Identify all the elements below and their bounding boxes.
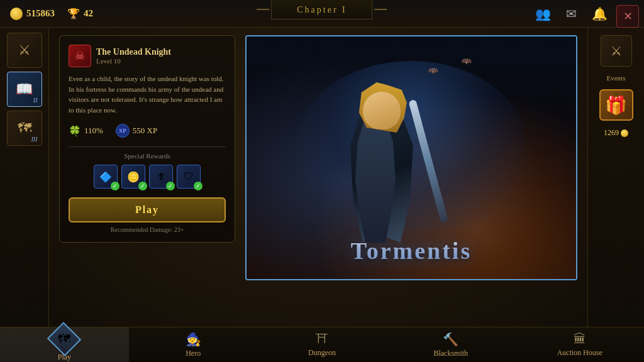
nav-dungeon[interactable]: ⛩ Dungeon (258, 327, 387, 362)
xp-stat: XP 550 XP (116, 124, 157, 138)
quest-icon: ☠ (69, 45, 91, 67)
rewards-row: 🔷 ✓ 🪙 ✓ 🗡 ✓ 🛡 ✓ (69, 165, 226, 189)
right-sidebar: ⚔ Events 🎁 1269 (587, 28, 644, 327)
chest-coins-display: 1269 (604, 128, 628, 138)
clover-icon: 🍀 (69, 125, 81, 137)
xp-value: 550 XP (133, 126, 157, 136)
chest-coin-amount: 1269 (604, 128, 619, 138)
main-content: ☠ The Undead Knight Level 10 Even as a c… (49, 28, 587, 327)
close-icon: ✕ (623, 9, 633, 23)
game-title: Tormentis (247, 237, 576, 265)
nav-blacksmith[interactable]: 🔨 Blacksmith (386, 327, 515, 362)
reward-xp-check: ✓ (111, 182, 119, 190)
people-icon[interactable]: 👥 (535, 6, 551, 21)
quest-stats: 🍀 110% XP 550 XP (69, 124, 226, 138)
nav-blacksmith-label: Blacksmith (433, 349, 468, 358)
bell-icon[interactable]: 🔔 (592, 6, 608, 21)
sidebar-item-2[interactable]: 📖 II (7, 72, 42, 107)
reward-xp-icon: 🔷 (99, 171, 112, 183)
sidebar-item-1[interactable]: ⚔ (7, 33, 42, 68)
coin-currency: 515863 (10, 8, 55, 20)
quest-header: ☠ The Undead Knight Level 10 (69, 45, 226, 67)
bat-1: 🦇 (428, 65, 438, 76)
reward-coin-icon: 🪙 (127, 171, 140, 183)
chapter-label: Chapter I (297, 5, 347, 14)
reward-item1: 🗡 ✓ (149, 165, 173, 189)
character-head (363, 92, 401, 129)
trophy-count: 42 (84, 8, 93, 19)
reward-coin: 🪙 ✓ (121, 165, 145, 189)
top-bar-left: 515863 🏆 42 (10, 8, 93, 20)
quest-title-group: The Undead Knight Level 10 (96, 47, 171, 65)
events-label: Events (607, 74, 626, 82)
reward-coin-check: ✓ (138, 182, 147, 190)
nav-play-diamond: 🗺 (47, 322, 81, 356)
quest-panel: ☠ The Undead Knight Level 10 Even as a c… (59, 35, 235, 243)
events-sword-icon-btn[interactable]: ⚔ (601, 35, 632, 67)
luck-stat: 🍀 110% (69, 125, 103, 137)
nav-auction-label: Auction House (557, 348, 602, 358)
sidebar-item-3[interactable]: 🗺 III (7, 111, 42, 146)
reward-item2-icon: 🛡 (184, 171, 194, 182)
reward-item1-check: ✓ (166, 182, 175, 190)
play-button[interactable]: Play (69, 197, 226, 222)
chest-button[interactable]: 🎁 (599, 89, 633, 121)
reward-xp: 🔷 ✓ (94, 165, 118, 189)
skull-icon: ☠ (75, 49, 85, 63)
coin-amount: 515863 (26, 8, 55, 19)
quest-description: Even as a child, the story of the undead… (69, 74, 226, 115)
nav-hero-label: Hero (186, 349, 201, 358)
reward-item2: 🛡 ✓ (177, 165, 201, 189)
nav-dungeon-icon: ⛩ (316, 332, 328, 346)
trophy-currency: 🏆 42 (67, 8, 93, 19)
crossed-swords-icon: ⚔ (611, 43, 622, 58)
small-coin-icon (621, 129, 628, 137)
sword-icon: ⚔ (18, 42, 31, 58)
reward-item2-check: ✓ (194, 182, 203, 190)
nav-play-icon: 🗺 (58, 332, 70, 346)
chapter-decoration-left (257, 9, 269, 10)
xp-badge: XP (116, 124, 130, 138)
luck-value: 110% (84, 126, 103, 136)
nav-auction[interactable]: 🏛 Auction House (515, 327, 644, 362)
rewards-label: Special Rewards (69, 146, 226, 160)
chapter-header: Chapter I (271, 0, 372, 19)
nav-blacksmith-icon: 🔨 (443, 332, 458, 347)
coin-icon (10, 8, 23, 20)
reward-item1-icon: 🗡 (156, 171, 166, 182)
mail-icon[interactable]: ✉ (566, 6, 577, 21)
bottom-nav: 🗺 Play 🧙 Hero ⛩ Dungeon 🔨 Blacksmith 🏛 A… (0, 327, 644, 362)
chapter-roman: II (33, 97, 38, 104)
recommended-damage: Recommended Damage: 23+ (69, 226, 226, 233)
bat-2: 🦇 (461, 56, 472, 67)
quest-level: Level 10 (96, 57, 171, 65)
xp-badge-text: XP (119, 128, 126, 134)
chapter-roman-3: III (31, 136, 38, 143)
nav-dungeon-label: Dungeon (308, 348, 336, 358)
rewards-section: Special Rewards 🔷 ✓ 🪙 ✓ 🗡 ✓ 🛡 ✓ (69, 146, 226, 189)
art-panel: 🦇 🦇 Tormentis (245, 35, 577, 280)
nav-play[interactable]: 🗺 Play (0, 327, 129, 362)
book-icon: 📖 (16, 81, 33, 97)
character (313, 54, 438, 243)
left-sidebar: ⚔ 📖 II 🗺 III (0, 28, 49, 327)
chapter-decoration-right (375, 9, 387, 10)
map-icon: 🗺 (18, 120, 31, 136)
chest-icon: 🎁 (605, 95, 627, 116)
nav-hero[interactable]: 🧙 Hero (129, 327, 258, 362)
quest-title: The Undead Knight (96, 47, 171, 57)
nav-auction-icon: 🏛 (574, 332, 586, 346)
nav-hero-icon: 🧙 (186, 332, 201, 347)
close-button[interactable]: ✕ (616, 5, 639, 28)
trophy-icon: 🏆 (67, 8, 80, 19)
